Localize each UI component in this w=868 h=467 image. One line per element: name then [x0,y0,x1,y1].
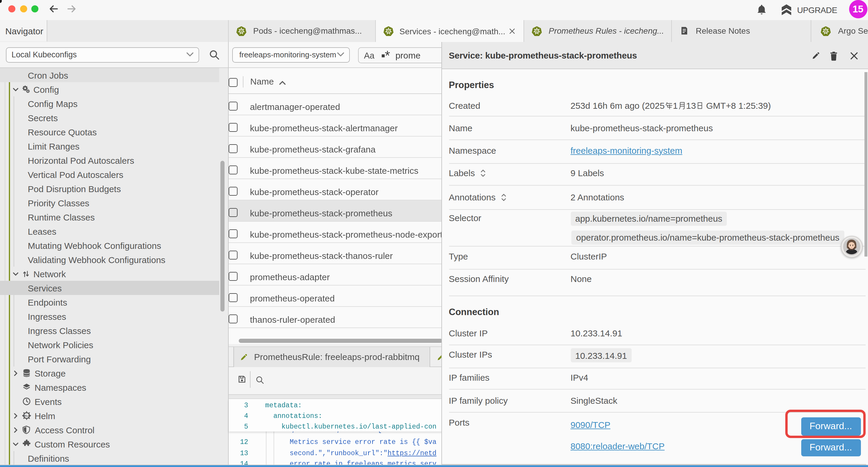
svg-text:HELM: HELM [23,414,30,417]
